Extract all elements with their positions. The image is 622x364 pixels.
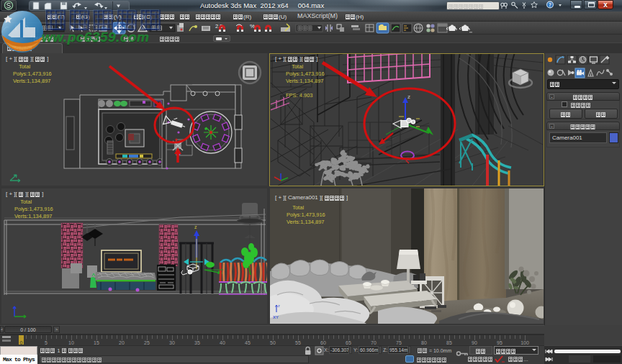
svg-text:75: 75 (396, 340, 402, 345)
svg-text:55: 55 (295, 340, 301, 345)
svg-text:85: 85 (446, 340, 452, 345)
svg-text:95: 95 (497, 340, 502, 345)
svg-text:40: 40 (220, 340, 225, 345)
svg-text:25: 25 (144, 340, 150, 345)
svg-text:20: 20 (119, 340, 125, 345)
svg-text:?: ? (549, 2, 551, 7)
svg-text:35: 35 (194, 340, 200, 345)
svg-text:45: 45 (245, 340, 251, 345)
svg-text:XY: XY (273, 315, 279, 319)
svg-text:z: z (278, 304, 280, 308)
svg-text:0: 0 (20, 340, 23, 345)
svg-text:50: 50 (270, 340, 276, 345)
svg-text:5: 5 (45, 340, 48, 345)
svg-text:100: 100 (520, 340, 529, 345)
svg-text:80: 80 (421, 340, 427, 345)
svg-text:15: 15 (94, 340, 99, 345)
svg-text:60: 60 (320, 340, 326, 345)
svg-text:z: z (407, 94, 410, 100)
svg-text:70: 70 (371, 340, 377, 345)
svg-text:65: 65 (346, 340, 351, 345)
svg-text:90: 90 (472, 340, 477, 345)
svg-text:z: z (194, 224, 197, 229)
svg-text:10: 10 (68, 340, 74, 345)
svg-text:30: 30 (169, 340, 175, 345)
